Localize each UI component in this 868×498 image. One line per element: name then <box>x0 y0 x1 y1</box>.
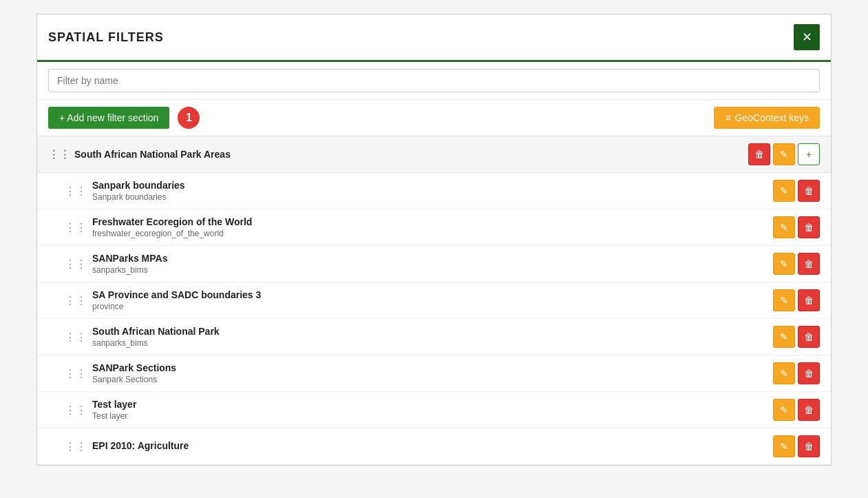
items-list: ⋮⋮ Sanpark boundaries Sanpark boundaries… <box>37 173 831 465</box>
drag-handle-icon[interactable]: ⋮⋮ <box>65 294 87 307</box>
section-delete-button[interactable]: 🗑 <box>748 143 770 165</box>
item-name: SANPark Sections <box>92 362 176 373</box>
item-key: freshwater_ecoregion_of_the_world <box>92 229 252 238</box>
item-edit-button[interactable]: ✎ <box>773 289 795 311</box>
item-info: Test layer Test layer <box>92 399 136 421</box>
item-name: Sanpark boundaries <box>92 180 185 191</box>
filter-count-badge: 1 <box>178 107 200 129</box>
item-delete-button[interactable]: 🗑 <box>798 289 820 311</box>
filter-section: ⋮⋮ South African National Park Areas 🗑 ✎… <box>37 136 831 465</box>
list-item: ⋮⋮ South African National Park sanparks_… <box>37 319 831 355</box>
item-actions: ✎ 🗑 <box>773 289 820 311</box>
item-delete-button[interactable]: 🗑 <box>798 180 820 202</box>
drag-handle-icon[interactable]: ⋮⋮ <box>65 331 87 344</box>
drag-handle-icon[interactable]: ⋮⋮ <box>65 367 87 380</box>
item-name: Freshwater Ecoregion of the World <box>92 216 252 227</box>
item-key: Test layer <box>92 411 136 421</box>
item-actions: ✎ 🗑 <box>773 326 820 348</box>
drag-handle-icon[interactable]: ⋮⋮ <box>65 404 87 417</box>
drag-handle-icon[interactable]: ⋮⋮ <box>65 185 87 198</box>
list-item: ⋮⋮ Freshwater Ecoregion of the World fre… <box>37 209 831 246</box>
panel-header: SPATIAL FILTERS ✕ <box>37 14 831 62</box>
drag-handle-icon[interactable]: ⋮⋮ <box>65 258 87 271</box>
list-item: ⋮⋮ Test layer Test layer ✎ 🗑 <box>37 392 831 428</box>
section-header: ⋮⋮ South African National Park Areas 🗑 ✎… <box>37 136 831 173</box>
item-info: Sanpark boundaries Sanpark boundaries <box>92 180 185 202</box>
item-name: EPI 2010: Agriculture <box>92 440 189 451</box>
geocontext-label: GeoContext keys <box>735 112 809 123</box>
item-edit-button[interactable]: ✎ <box>773 216 795 238</box>
section-edit-button[interactable]: ✎ <box>773 143 795 165</box>
list-item: ⋮⋮ Sanpark boundaries Sanpark boundaries… <box>37 173 831 209</box>
item-info: SANPark Sections Sanpark Sections <box>92 362 176 384</box>
item-name: South African National Park <box>92 326 220 337</box>
item-delete-button[interactable]: 🗑 <box>798 216 820 238</box>
drag-handle-icon[interactable]: ⋮⋮ <box>48 148 70 161</box>
list-item: ⋮⋮ SANParks MPAs sanparks_bims ✎ 🗑 <box>37 246 831 282</box>
item-edit-button[interactable]: ✎ <box>773 326 795 348</box>
item-left: ⋮⋮ EPI 2010: Agriculture <box>65 440 189 453</box>
item-left: ⋮⋮ Freshwater Ecoregion of the World fre… <box>65 216 252 238</box>
item-edit-button[interactable]: ✎ <box>773 253 795 275</box>
item-name: Test layer <box>92 399 136 410</box>
item-actions: ✎ 🗑 <box>773 362 820 384</box>
toolbar: + Add new filter section 1 ≡ GeoContext … <box>37 100 831 136</box>
add-filter-section-button[interactable]: + Add new filter section <box>48 107 169 129</box>
item-delete-button[interactable]: 🗑 <box>798 326 820 348</box>
item-info: South African National Park sanparks_bim… <box>92 326 220 348</box>
item-delete-button[interactable]: 🗑 <box>798 399 820 421</box>
item-name: SANParks MPAs <box>92 253 167 264</box>
item-edit-button[interactable]: ✎ <box>773 362 795 384</box>
section-title-row: ⋮⋮ South African National Park Areas <box>48 148 231 161</box>
item-edit-button[interactable]: ✎ <box>773 399 795 421</box>
item-actions: ✎ 🗑 <box>773 216 820 238</box>
item-delete-button[interactable]: 🗑 <box>798 435 820 457</box>
item-left: ⋮⋮ Sanpark boundaries Sanpark boundaries <box>65 180 185 202</box>
item-delete-button[interactable]: 🗑 <box>798 362 820 384</box>
spatial-filters-panel: SPATIAL FILTERS ✕ + Add new filter secti… <box>36 14 832 466</box>
drag-handle-icon[interactable]: ⋮⋮ <box>65 221 87 234</box>
toolbar-left: + Add new filter section 1 <box>48 107 200 129</box>
geocontext-keys-button[interactable]: ≡ GeoContext keys <box>714 107 820 129</box>
section-title-text: South African National Park Areas <box>74 149 231 160</box>
item-actions: ✎ 🗑 <box>773 435 820 457</box>
list-item: ⋮⋮ SANPark Sections Sanpark Sections ✎ 🗑 <box>37 355 831 392</box>
item-key: Sanpark boundaries <box>92 192 185 202</box>
item-actions: ✎ 🗑 <box>773 253 820 275</box>
item-actions: ✎ 🗑 <box>773 180 820 202</box>
section-add-button[interactable]: + <box>798 143 820 165</box>
item-edit-button[interactable]: ✎ <box>773 435 795 457</box>
item-info: Freshwater Ecoregion of the World freshw… <box>92 216 252 238</box>
item-name: SA Province and SADC boundaries 3 <box>92 289 261 300</box>
section-actions: 🗑 ✎ + <box>748 143 820 165</box>
item-edit-button[interactable]: ✎ <box>773 180 795 202</box>
item-key: sanparks_bims <box>92 338 220 348</box>
list-item: ⋮⋮ EPI 2010: Agriculture ✎ 🗑 <box>37 428 831 465</box>
item-left: ⋮⋮ SANParks MPAs sanparks_bims <box>65 253 167 275</box>
item-info: EPI 2010: Agriculture <box>92 440 189 453</box>
item-actions: ✎ 🗑 <box>773 399 820 421</box>
drag-handle-icon[interactable]: ⋮⋮ <box>65 440 87 453</box>
item-key: province <box>92 302 261 311</box>
panel-title: SPATIAL FILTERS <box>48 30 164 45</box>
filter-input[interactable] <box>48 69 820 92</box>
item-key: sanparks_bims <box>92 265 167 275</box>
item-left: ⋮⋮ South African National Park sanparks_… <box>65 326 220 348</box>
close-button[interactable]: ✕ <box>794 24 820 50</box>
item-info: SA Province and SADC boundaries 3 provin… <box>92 289 261 311</box>
item-info: SANParks MPAs sanparks_bims <box>92 253 167 275</box>
item-key: Sanpark Sections <box>92 375 176 384</box>
item-left: ⋮⋮ Test layer Test layer <box>65 399 136 421</box>
item-left: ⋮⋮ SANPark Sections Sanpark Sections <box>65 362 176 384</box>
item-delete-button[interactable]: 🗑 <box>798 253 820 275</box>
list-item: ⋮⋮ SA Province and SADC boundaries 3 pro… <box>37 282 831 319</box>
filter-bar <box>37 62 831 100</box>
menu-icon: ≡ <box>725 112 730 123</box>
item-left: ⋮⋮ SA Province and SADC boundaries 3 pro… <box>65 289 261 311</box>
